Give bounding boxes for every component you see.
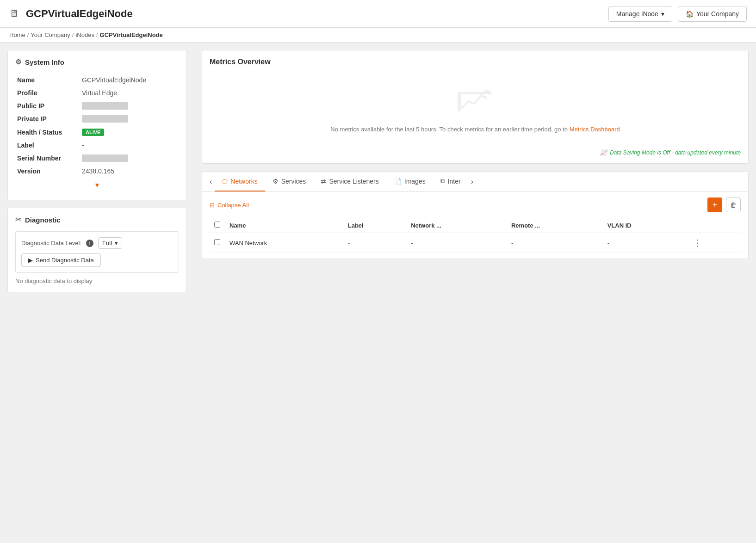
- listeners-icon: ⇄: [321, 178, 326, 185]
- top-header: 🖥 GCPVirtualEdgeiNode Manage iNode ▾ 🏠 Y…: [0, 0, 756, 28]
- toolbar-right: + 🗑: [707, 197, 741, 212]
- network-address: -: [406, 233, 507, 253]
- info-label: Name: [15, 74, 80, 86]
- metrics-no-data-text: No metrics available for the last 5 hour…: [330, 126, 620, 133]
- inter-icon: ⧉: [440, 177, 445, 185]
- tab-images[interactable]: 📄 Images: [386, 172, 433, 191]
- info-label: Version: [15, 165, 80, 178]
- manage-inode-button[interactable]: Manage iNode ▾: [608, 6, 672, 22]
- diagnostic-level-row: Diagnostic Data Level: i Full ▾: [21, 237, 173, 249]
- col-name: Name: [225, 218, 343, 233]
- gear-icon: ⚙: [15, 58, 21, 66]
- tab-service-listeners[interactable]: ⇄ Service Listeners: [313, 172, 386, 191]
- delete-network-button[interactable]: 🗑: [726, 197, 741, 212]
- info-value: GCPVirtualEdgeiNode: [80, 74, 179, 86]
- tabs-card: ‹ ⬡ Networks ⚙ Services ⇄ Service Listen…: [202, 171, 749, 259]
- select-all-col: [210, 218, 225, 233]
- breadcrumb-inodes[interactable]: iNodes: [75, 31, 94, 38]
- networks-icon: ⬡: [222, 178, 228, 185]
- server-icon: 🖥: [9, 8, 19, 19]
- col-network: Network ...: [406, 218, 507, 233]
- diagnostic-card: ✂ Diagnostic Diagnostic Data Level: i Fu…: [7, 208, 187, 292]
- info-value: ••••••••: [80, 112, 179, 125]
- page-title: GCPVirtualEdgeiNode: [26, 8, 133, 20]
- network-name: WAN Network: [225, 233, 343, 253]
- info-icon[interactable]: i: [86, 240, 93, 247]
- tabs-header: ‹ ⬡ Networks ⚙ Services ⇄ Service Listen…: [202, 172, 748, 192]
- company-button[interactable]: 🏠 Your Company: [678, 6, 747, 22]
- info-label: Health / Status: [15, 125, 80, 139]
- network-label: -: [343, 233, 406, 253]
- info-row: Health / StatusALIVE: [15, 125, 179, 139]
- tab-services[interactable]: ⚙ Services: [265, 172, 314, 191]
- expand-arrow[interactable]: ▼: [15, 178, 179, 192]
- chevron-down-icon: ▾: [661, 10, 664, 18]
- metrics-card: Metrics Overview No metrics available fo…: [202, 50, 749, 164]
- chevron-down-icon: ▾: [115, 240, 118, 247]
- diagnostic-inner: Diagnostic Data Level: i Full ▾ ▶ Send D…: [15, 231, 179, 273]
- metrics-footer-text: Data Saving Mode is Off - data updated e…: [610, 149, 741, 156]
- main-layout: ⚙ System Info NameGCPVirtualEdgeiNodePro…: [0, 43, 756, 539]
- system-info-title: ⚙ System Info: [15, 58, 179, 66]
- blurred-value: ••••••••: [82, 154, 128, 162]
- add-network-button[interactable]: +: [707, 197, 722, 212]
- no-diagnostic-text: No diagnostic data to display: [15, 278, 179, 284]
- select-all-checkbox[interactable]: [214, 222, 220, 228]
- breadcrumb-home[interactable]: Home: [9, 31, 25, 38]
- info-row: NameGCPVirtualEdgeiNode: [15, 74, 179, 86]
- network-table: Name Label Network ... Remote ... VLAN I…: [210, 218, 741, 253]
- breadcrumb-current: GCPVirtualEdgeiNode: [100, 31, 163, 38]
- system-info-table: NameGCPVirtualEdgeiNodeProfileVirtual Ed…: [15, 74, 179, 178]
- diagnostic-level-label: Diagnostic Data Level:: [21, 240, 81, 247]
- info-value: -: [80, 139, 179, 152]
- info-row: Label-: [15, 139, 179, 152]
- tab-prev-button[interactable]: ‹: [207, 172, 215, 191]
- company-label: Your Company: [696, 10, 739, 18]
- info-row: ProfileVirtual Edge: [15, 86, 179, 99]
- row-checkbox[interactable]: [214, 239, 220, 245]
- system-info-card: ⚙ System Info NameGCPVirtualEdgeiNodePro…: [7, 50, 187, 200]
- info-label: Public IP: [15, 99, 80, 112]
- info-label: Private IP: [15, 112, 80, 125]
- svg-rect-0: [458, 92, 461, 111]
- col-remote: Remote ...: [507, 218, 603, 233]
- tab-networks[interactable]: ⬡ Networks: [215, 172, 265, 191]
- col-actions: [687, 218, 741, 233]
- header-left: 🖥 GCPVirtualEdgeiNode: [9, 8, 133, 20]
- tab-content: ⊟ Collapse All + 🗑: [202, 192, 748, 259]
- tab-inter[interactable]: ⧉ Inter: [433, 172, 468, 191]
- diagnostic-icon: ✂: [15, 216, 21, 224]
- info-value: 2438.0.165: [80, 165, 179, 178]
- table-header-row: Name Label Network ... Remote ... VLAN I…: [210, 218, 741, 233]
- row-more-button[interactable]: ⋮: [692, 238, 704, 248]
- metrics-dashboard-link[interactable]: Metrics Dashboard: [570, 126, 620, 133]
- tab-toolbar: ⊟ Collapse All + 🗑: [210, 197, 741, 212]
- info-label: Serial Number: [15, 152, 80, 165]
- info-value: ••••••••: [80, 152, 179, 165]
- header-right: Manage iNode ▾ 🏠 Your Company: [608, 6, 747, 22]
- left-panel: ⚙ System Info NameGCPVirtualEdgeiNodePro…: [0, 43, 194, 539]
- metrics-chart-icon: [457, 87, 494, 117]
- info-label: Label: [15, 139, 80, 152]
- level-value: Full: [102, 240, 112, 247]
- info-value: ALIVE: [80, 125, 179, 139]
- manage-inode-label: Manage iNode: [616, 10, 658, 18]
- status-badge: ALIVE: [82, 129, 104, 136]
- home-icon: 🏠: [686, 10, 694, 18]
- breadcrumb-company[interactable]: Your Company: [31, 31, 70, 38]
- metrics-title: Metrics Overview: [210, 58, 741, 66]
- network-vlan: -: [603, 233, 687, 253]
- tab-next-button[interactable]: ›: [468, 172, 476, 191]
- info-value: Virtual Edge: [80, 86, 179, 99]
- level-select[interactable]: Full ▾: [98, 237, 122, 249]
- col-label: Label: [343, 218, 406, 233]
- services-icon: ⚙: [273, 178, 279, 185]
- collapse-all-button[interactable]: ⊟ Collapse All: [210, 202, 249, 209]
- right-panel: Metrics Overview No metrics available fo…: [194, 43, 756, 539]
- info-row: Public IP••••••••: [15, 99, 179, 112]
- send-diagnostic-button[interactable]: ▶ Send Diagnostic Data: [21, 253, 101, 267]
- info-row: Version2438.0.165: [15, 165, 179, 178]
- diagnostic-title: ✂ Diagnostic: [15, 216, 179, 224]
- col-vlan: VLAN ID: [603, 218, 687, 233]
- network-remote: -: [507, 233, 603, 253]
